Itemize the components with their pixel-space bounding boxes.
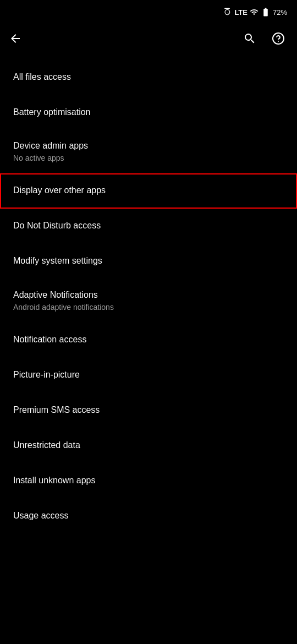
back-arrow-icon	[9, 32, 22, 45]
help-button[interactable]	[266, 26, 290, 51]
status-icons: LTE 72%	[222, 7, 287, 17]
search-icon	[243, 32, 256, 45]
list-item-do-not-disturb-access[interactable]: Do Not Disturb access	[0, 209, 297, 244]
list-item-primary-unrestricted-data: Unrestricted data	[13, 439, 284, 451]
list-item-modify-system-settings[interactable]: Modify system settings	[0, 244, 297, 279]
app-bar	[0, 22, 297, 55]
list-item-adaptive-notifications[interactable]: Adaptive NotificationsAndroid adaptive n…	[0, 279, 297, 323]
list-item-primary-battery-optimisation: Battery optimisation	[13, 106, 284, 118]
list-item-picture-in-picture[interactable]: Picture-in-picture	[0, 357, 297, 392]
app-bar-actions	[238, 26, 290, 51]
back-button[interactable]	[2, 25, 29, 52]
list-item-primary-device-admin-apps: Device admin apps	[13, 140, 284, 152]
list-item-primary-premium-sms-access: Premium SMS access	[13, 404, 284, 416]
battery-icon	[261, 7, 271, 17]
list-item-primary-do-not-disturb-access: Do Not Disturb access	[13, 220, 284, 232]
signal-icon	[250, 8, 258, 17]
list-item-secondary-adaptive-notifications: Android adaptive notifications	[13, 302, 284, 312]
help-icon	[272, 32, 285, 45]
list-item-primary-display-over-other-apps: Display over other apps	[13, 184, 284, 197]
list-item-unrestricted-data[interactable]: Unrestricted data	[0, 428, 297, 463]
list-item-primary-usage-access: Usage access	[13, 510, 284, 522]
list-item-install-unknown-apps[interactable]: Install unknown apps	[0, 463, 297, 498]
list-item-usage-access[interactable]: Usage access	[0, 498, 297, 533]
search-button[interactable]	[238, 26, 262, 51]
list-item-premium-sms-access[interactable]: Premium SMS access	[0, 392, 297, 428]
status-bar: LTE 72%	[0, 0, 297, 22]
list-item-device-admin-apps[interactable]: Device admin appsNo active apps	[0, 130, 297, 173]
list-item-primary-install-unknown-apps: Install unknown apps	[13, 474, 284, 487]
list-item-primary-modify-system-settings: Modify system settings	[13, 255, 284, 267]
list-item-primary-all-files-access: All files access	[13, 71, 284, 83]
list-item-primary-notification-access: Notification access	[13, 334, 284, 346]
list-item-primary-adaptive-notifications: Adaptive Notifications	[13, 289, 284, 301]
alarm-icon	[222, 7, 232, 17]
battery-percent: 72%	[273, 8, 287, 17]
settings-list: All files accessBattery optimisationDevi…	[0, 55, 297, 533]
list-item-battery-optimisation[interactable]: Battery optimisation	[0, 95, 297, 130]
lte-indicator: LTE	[234, 8, 248, 17]
list-item-all-files-access[interactable]: All files access	[0, 59, 297, 95]
list-item-primary-picture-in-picture: Picture-in-picture	[13, 369, 284, 381]
list-item-secondary-device-admin-apps: No active apps	[13, 153, 284, 163]
list-item-display-over-other-apps[interactable]: Display over other apps	[0, 173, 297, 209]
list-item-notification-access[interactable]: Notification access	[0, 322, 297, 357]
